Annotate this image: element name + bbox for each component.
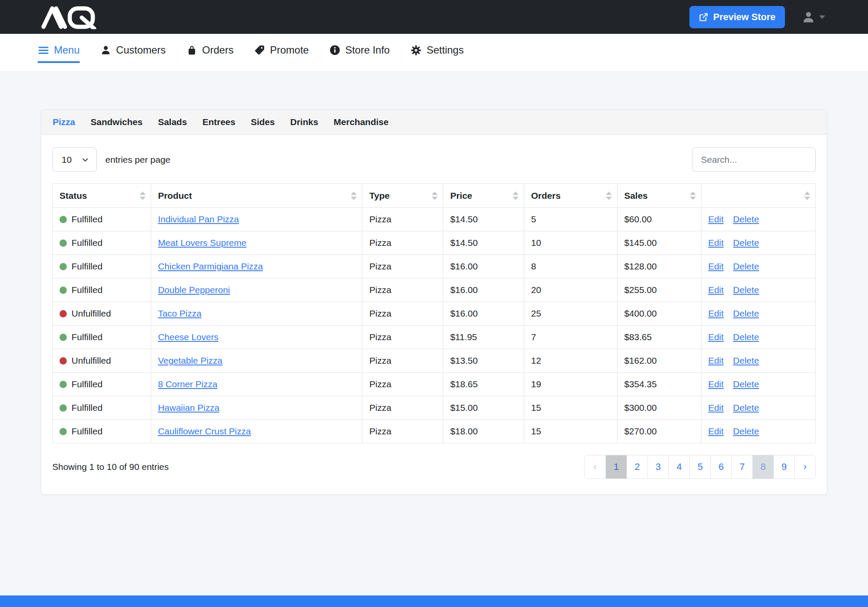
price-cell: $14.50	[443, 208, 524, 231]
type-cell: Pizza	[362, 326, 443, 349]
edit-link[interactable]: Edit	[708, 285, 724, 295]
nav-item-store-info[interactable]: Store Info	[329, 44, 390, 63]
pagination-page-9[interactable]: 9	[773, 455, 794, 478]
column-header-product[interactable]: Product	[151, 184, 362, 208]
nav-item-label: Menu	[54, 44, 80, 56]
edit-link[interactable]: Edit	[708, 356, 724, 365]
tab-salads[interactable]: Salads	[158, 117, 187, 127]
delete-link[interactable]: Delete	[733, 332, 759, 342]
column-header-actions[interactable]	[701, 184, 815, 208]
pagination-page-4[interactable]: 4	[668, 455, 689, 478]
nav-item-menu[interactable]: Menu	[38, 44, 80, 63]
delete-link[interactable]: Delete	[733, 214, 759, 224]
preview-store-button[interactable]: Preview Store	[689, 6, 785, 28]
tab-sandwiches[interactable]: Sandwiches	[91, 117, 143, 127]
sales-cell: $255.00	[617, 278, 701, 302]
product-link[interactable]: Taco Pizza	[158, 308, 202, 318]
pagination-page-8[interactable]: 8	[752, 455, 773, 478]
product-cell: Vegetable Pizza	[151, 349, 362, 373]
product-cell: Taco Pizza	[151, 302, 362, 326]
pagination-page-6[interactable]: 6	[710, 455, 731, 478]
column-header-price[interactable]: Price	[443, 184, 524, 208]
table-row: FulfilledMeat Lovers SupremePizza$14.501…	[53, 231, 816, 255]
delete-link[interactable]: Delete	[733, 403, 759, 413]
edit-link[interactable]: Edit	[708, 238, 724, 248]
edit-link[interactable]: Edit	[708, 379, 724, 389]
edit-link[interactable]: Edit	[708, 261, 724, 271]
chevron-down-icon	[81, 156, 89, 164]
table-body: FulfilledIndividual Pan PizzaPizza$14.50…	[53, 208, 816, 443]
status-dot-icon	[60, 428, 67, 435]
bottom-accent-bar	[0, 595, 868, 607]
user-avatar-icon	[801, 10, 816, 24]
product-link[interactable]: Chicken Parmigiana Pizza	[158, 261, 263, 271]
pagination-next-button[interactable]: ›	[794, 455, 815, 478]
table-row: UnfulfilledTaco PizzaPizza$16.0025$400.0…	[53, 302, 816, 326]
delete-link[interactable]: Delete	[733, 238, 759, 248]
category-tabs: PizzaSandwichesSaladsEntreesSidesDrinksM…	[41, 110, 827, 135]
brand-logo[interactable]	[38, 5, 103, 29]
bag-icon	[186, 45, 197, 56]
delete-link[interactable]: Delete	[733, 379, 759, 389]
pagination-page-3[interactable]: 3	[647, 455, 668, 478]
status-label: Fulfilled	[72, 214, 102, 224]
delete-link[interactable]: Delete	[733, 308, 759, 318]
delete-link[interactable]: Delete	[733, 426, 759, 436]
product-link[interactable]: Double Pepperoni	[158, 285, 230, 295]
nav-item-customers[interactable]: Customers	[100, 44, 166, 63]
column-header-type[interactable]: Type	[362, 184, 443, 208]
status-dot-icon	[60, 404, 67, 412]
delete-link[interactable]: Delete	[733, 356, 759, 365]
delete-link[interactable]: Delete	[733, 285, 759, 295]
product-link[interactable]: Cheese Lovers	[158, 332, 218, 342]
status-dot-icon	[60, 310, 67, 317]
table-row: FulfilledIndividual Pan PizzaPizza$14.50…	[53, 208, 816, 231]
edit-link[interactable]: Edit	[708, 308, 724, 318]
pagination-page-5[interactable]: 5	[689, 455, 710, 478]
product-link[interactable]: Individual Pan Pizza	[158, 214, 239, 224]
nav-item-promote[interactable]: Promote	[254, 44, 309, 63]
tab-pizza[interactable]: Pizza	[53, 117, 75, 127]
actions-cell: EditDelete	[701, 208, 815, 231]
pagination-page-1[interactable]: 1	[606, 455, 626, 478]
price-cell: $15.00	[443, 396, 524, 420]
edit-link[interactable]: Edit	[708, 214, 724, 224]
entries-per-page-group: 10 entries per page	[52, 147, 170, 172]
status-dot-icon	[60, 381, 67, 388]
edit-link[interactable]: Edit	[708, 426, 724, 436]
pagination-page-2[interactable]: 2	[626, 455, 647, 478]
sales-cell: $60.00	[617, 208, 701, 231]
product-link[interactable]: Cauliflower Crust Pizza	[158, 426, 251, 436]
product-link[interactable]: Meat Lovers Supreme	[158, 238, 247, 248]
search-input[interactable]	[692, 147, 816, 172]
tab-entrees[interactable]: Entrees	[203, 117, 236, 127]
sort-icon	[690, 191, 696, 200]
nav-item-label: Customers	[116, 44, 166, 56]
status-cell: Fulfilled	[53, 255, 151, 278]
entries-per-page-select[interactable]: 10	[52, 147, 97, 172]
account-menu[interactable]	[801, 10, 825, 24]
type-cell: Pizza	[362, 373, 443, 396]
product-link[interactable]: Vegetable Pizza	[158, 356, 223, 365]
column-header-sales[interactable]: Sales	[617, 184, 701, 208]
main-navigation: MenuCustomersOrdersPromoteStore InfoSett…	[0, 34, 868, 72]
nav-item-settings[interactable]: Settings	[410, 44, 464, 63]
nav-item-orders[interactable]: Orders	[186, 44, 233, 63]
tab-drinks[interactable]: Drinks	[290, 117, 318, 127]
status-dot-icon	[60, 216, 67, 223]
status-dot-icon	[60, 287, 67, 294]
edit-link[interactable]: Edit	[708, 332, 724, 342]
pagination-page-7[interactable]: 7	[731, 455, 752, 478]
table-row: UnfulfilledVegetable PizzaPizza$13.5012$…	[53, 349, 816, 373]
edit-link[interactable]: Edit	[708, 403, 724, 413]
column-header-status[interactable]: Status	[53, 184, 151, 208]
page-content: PizzaSandwichesSaladsEntreesSidesDrinksM…	[0, 72, 868, 495]
tab-sides[interactable]: Sides	[251, 117, 275, 127]
tab-merchandise[interactable]: Merchandise	[334, 117, 388, 127]
delete-link[interactable]: Delete	[733, 261, 759, 271]
product-cell: Individual Pan Pizza	[151, 208, 362, 231]
product-link[interactable]: Hawaiian Pizza	[158, 403, 220, 413]
column-header-orders[interactable]: Orders	[524, 184, 617, 208]
sort-icon	[804, 191, 810, 200]
product-link[interactable]: 8 Corner Pizza	[158, 379, 218, 389]
